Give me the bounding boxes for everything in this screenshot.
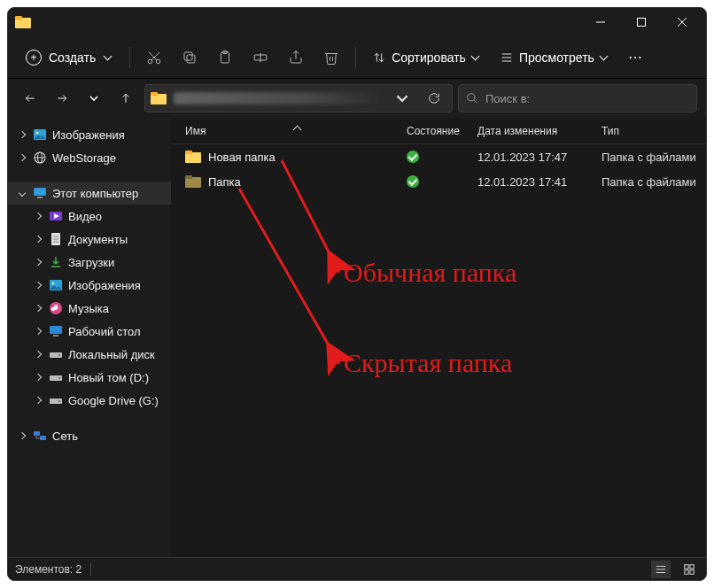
svg-point-26	[36, 132, 39, 135]
statusbar: Элементов: 2	[8, 557, 706, 580]
share-button[interactable]	[279, 42, 313, 74]
sidebar-item-label: Google Drive (G:)	[68, 394, 159, 407]
view-button[interactable]: Просмотреть	[491, 45, 617, 70]
svg-rect-32	[37, 197, 43, 198]
file-row[interactable]: Новая папка 12.01.2023 17:47 Папка с фай…	[171, 144, 706, 169]
copy-button[interactable]	[173, 42, 206, 74]
search-placeholder: Поиск в:	[485, 92, 530, 105]
sidebar-item-music[interactable]: Музыка	[8, 297, 171, 320]
view-details-button[interactable]	[651, 561, 671, 578]
address-bar[interactable]	[144, 84, 453, 112]
col-state[interactable]: Состояние	[407, 125, 477, 137]
plus-icon: +	[26, 50, 42, 66]
sidebar-item-pictures[interactable]: Изображения	[8, 123, 171, 146]
sidebar-item-documents[interactable]: Документы	[8, 228, 171, 251]
divider	[90, 563, 91, 576]
svg-rect-1	[638, 19, 646, 27]
svg-rect-62	[685, 569, 688, 573]
search-input[interactable]: Поиск в:	[458, 84, 697, 112]
view-label: Просмотреть	[519, 50, 594, 65]
titlebar	[8, 8, 706, 36]
drive-icon	[49, 347, 63, 361]
svg-point-50	[58, 400, 60, 402]
chevron-right-icon	[17, 433, 27, 438]
sidebar-item-label: Видео	[68, 210, 102, 223]
col-type[interactable]: Тип	[601, 125, 706, 137]
sidebar-item-webstorage[interactable]: WebStorage	[8, 146, 171, 169]
sidebar-item-this-pc[interactable]: Этот компьютер	[8, 182, 171, 205]
delete-button[interactable]	[314, 42, 348, 74]
file-date: 12.01.2023 17:47	[477, 151, 601, 164]
svg-rect-63	[690, 569, 694, 573]
divider	[129, 47, 130, 68]
paste-button[interactable]	[208, 42, 242, 74]
sidebar-item-downloads[interactable]: Загрузки	[8, 251, 171, 274]
up-button[interactable]	[113, 84, 139, 112]
chevron-right-icon	[33, 306, 43, 311]
col-date[interactable]: Дата изменения	[477, 125, 601, 137]
item-count: Элементов: 2	[15, 563, 81, 576]
chevron-right-icon	[33, 236, 43, 242]
sidebar-item-videos[interactable]: Видео	[8, 205, 171, 228]
col-state-label: Состояние	[407, 125, 460, 137]
sidebar-item-pictures2[interactable]: Изображения	[8, 274, 171, 297]
chevron-right-icon	[17, 132, 27, 137]
videos-icon	[49, 209, 63, 223]
desktop-icon	[49, 324, 63, 338]
svg-rect-61	[690, 564, 694, 568]
recent-button[interactable]	[81, 84, 107, 112]
minimize-button[interactable]	[580, 8, 621, 36]
chevron-right-icon	[33, 352, 43, 357]
cut-button[interactable]	[137, 42, 171, 74]
music-icon	[49, 301, 63, 315]
address-dropdown[interactable]	[390, 86, 415, 111]
chevron-right-icon	[33, 375, 43, 380]
new-button[interactable]: + Создать	[15, 44, 122, 71]
col-name[interactable]: Имя	[185, 125, 407, 137]
sidebar-item-local-disk[interactable]: Локальный диск	[8, 343, 171, 366]
more-button[interactable]: ⋯	[619, 49, 653, 66]
network-icon	[33, 429, 47, 443]
sidebar-item-label: Изображения	[68, 279, 141, 292]
content-area: Имя Состояние Дата изменения Тип Новая п…	[171, 118, 706, 557]
sort-icon	[372, 50, 386, 65]
back-button[interactable]	[17, 84, 43, 112]
view-icon	[500, 50, 514, 65]
drive-icon	[49, 370, 63, 384]
search-icon	[466, 92, 478, 104]
svg-rect-52	[40, 436, 46, 440]
svg-rect-43	[50, 326, 62, 334]
sort-button[interactable]: Сортировать	[363, 45, 489, 70]
view-thumbnails-button[interactable]	[679, 561, 699, 578]
sidebar-item-label: Новый том (D:)	[68, 371, 149, 384]
sidebar-item-desktop[interactable]: Рабочий стол	[8, 320, 171, 343]
svg-rect-31	[35, 189, 45, 195]
close-button[interactable]	[662, 8, 702, 36]
sidebar-item-network[interactable]: Сеть	[8, 424, 171, 447]
divider	[355, 47, 356, 68]
refresh-button[interactable]	[422, 86, 446, 111]
forward-button[interactable]	[49, 84, 75, 112]
pictures-icon	[49, 278, 63, 292]
svg-rect-8	[187, 55, 195, 63]
chevron-down-icon	[17, 190, 27, 196]
sidebar-item-label: Рабочий стол	[68, 325, 141, 338]
svg-rect-9	[184, 52, 192, 60]
drive-icon	[49, 393, 63, 407]
sidebar-item-label: Этот компьютер	[52, 187, 138, 200]
sidebar-item-label: Сеть	[52, 429, 78, 443]
webstorage-icon	[33, 151, 47, 165]
rename-button[interactable]	[244, 42, 277, 74]
file-row[interactable]: Папка 12.01.2023 17:41 Папка с файлами	[171, 169, 706, 194]
pc-icon	[33, 186, 47, 200]
address-path-blurred	[174, 92, 383, 104]
sidebar-item-google-drive[interactable]: Google Drive (G:)	[8, 389, 171, 412]
downloads-icon	[49, 255, 63, 269]
file-date: 12.01.2023 17:41	[477, 175, 601, 189]
sidebar-item-label: Документы	[68, 233, 128, 246]
new-button-label: Создать	[49, 50, 96, 65]
sidebar-item-new-volume[interactable]: Новый том (D:)	[8, 366, 171, 389]
window-controls	[580, 8, 702, 36]
folder-icon	[185, 151, 201, 163]
maximize-button[interactable]	[621, 8, 662, 36]
